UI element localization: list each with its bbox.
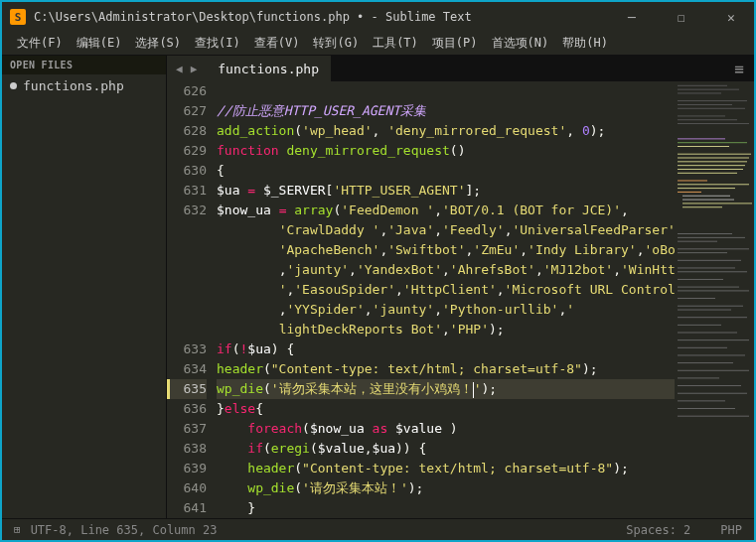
- svg-rect-3: [678, 92, 721, 93]
- svg-rect-26: [682, 206, 722, 207]
- svg-rect-39: [678, 306, 743, 307]
- svg-rect-20: [678, 184, 749, 185]
- svg-rect-13: [678, 154, 751, 155]
- svg-rect-43: [678, 333, 737, 334]
- svg-rect-30: [678, 248, 749, 249]
- svg-rect-10: [678, 138, 725, 139]
- svg-rect-12: [678, 146, 729, 147]
- titlebar: S C:\Users\Administrator\Desktop\functio…: [2, 2, 754, 32]
- status-encoding[interactable]: UTF-8, Line 635, Column 23: [31, 523, 627, 537]
- svg-rect-28: [678, 237, 745, 238]
- svg-rect-41: [678, 317, 747, 318]
- dirty-dot-icon: [10, 82, 17, 89]
- svg-rect-54: [678, 416, 749, 417]
- svg-rect-52: [678, 400, 725, 401]
- open-file-item[interactable]: functions.php: [2, 74, 166, 97]
- svg-rect-6: [678, 108, 745, 109]
- svg-rect-46: [678, 354, 745, 355]
- svg-rect-14: [678, 158, 749, 159]
- svg-rect-34: [678, 271, 747, 272]
- menu-item[interactable]: 文件(F): [10, 32, 70, 55]
- open-file-label: functions.php: [23, 78, 124, 93]
- tab-menu-icon[interactable]: ≡: [724, 56, 754, 81]
- minimize-button[interactable]: ─: [617, 10, 647, 25]
- svg-rect-29: [678, 241, 717, 242]
- status-bar: ⊞ UTF-8, Line 635, Column 23 Spaces: 2 P…: [2, 518, 754, 540]
- status-lang[interactable]: PHP: [720, 523, 742, 537]
- close-button[interactable]: ✕: [716, 10, 746, 25]
- svg-rect-27: [678, 233, 732, 234]
- menu-item[interactable]: 编辑(E): [70, 32, 129, 55]
- svg-rect-50: [678, 385, 741, 386]
- svg-rect-22: [678, 192, 701, 193]
- svg-rect-21: [678, 188, 735, 189]
- svg-rect-2: [678, 89, 739, 90]
- svg-rect-49: [678, 377, 719, 378]
- svg-rect-16: [678, 165, 745, 166]
- menu-item[interactable]: 选择(S): [128, 32, 188, 55]
- menu-item[interactable]: 转到(G): [306, 32, 366, 55]
- svg-rect-9: [678, 123, 749, 124]
- nav-forward-icon[interactable]: ▶: [188, 63, 201, 75]
- svg-rect-47: [678, 362, 733, 363]
- svg-rect-4: [678, 100, 747, 101]
- svg-rect-33: [678, 267, 735, 268]
- status-spaces[interactable]: Spaces: 2: [626, 523, 690, 537]
- menu-item[interactable]: 项目(P): [425, 32, 485, 55]
- app-logo-icon: S: [10, 9, 26, 25]
- menu-item[interactable]: 帮助(H): [555, 32, 615, 55]
- svg-rect-36: [678, 287, 739, 288]
- svg-rect-15: [678, 161, 747, 162]
- console-icon[interactable]: ⊞: [14, 523, 21, 536]
- svg-rect-45: [678, 347, 727, 348]
- minimap[interactable]: [675, 81, 754, 518]
- code-editor[interactable]: //防止恶意HTTP_USER_AGENT采集add_action('wp_he…: [217, 81, 675, 518]
- menu-item[interactable]: 查找(I): [188, 32, 247, 55]
- svg-rect-32: [678, 260, 741, 261]
- svg-rect-23: [682, 196, 730, 197]
- svg-rect-19: [678, 180, 707, 181]
- file-tab[interactable]: functions.php: [206, 56, 332, 81]
- svg-rect-51: [678, 393, 747, 394]
- svg-rect-25: [682, 203, 752, 203]
- menu-item[interactable]: 工具(T): [366, 32, 425, 55]
- window-title: C:\Users\Administrator\Desktop\functions…: [34, 10, 617, 24]
- svg-rect-11: [678, 142, 747, 143]
- svg-rect-31: [678, 252, 727, 253]
- svg-rect-1: [678, 85, 727, 86]
- line-gutter: 626627628629630631632 633634635636637638…: [167, 81, 217, 518]
- svg-rect-17: [678, 169, 743, 170]
- menu-item[interactable]: 首选项(N): [485, 32, 556, 55]
- tab-bar: ◀ ▶ functions.php ≡: [167, 56, 754, 81]
- svg-rect-38: [678, 298, 715, 299]
- svg-rect-35: [678, 279, 723, 280]
- nav-back-icon[interactable]: ◀: [173, 63, 186, 75]
- svg-rect-24: [682, 200, 734, 201]
- svg-rect-48: [678, 370, 749, 371]
- svg-rect-37: [678, 290, 749, 291]
- svg-rect-44: [678, 339, 749, 340]
- menubar: 文件(F)编辑(E)选择(S)查找(I)查看(V)转到(G)工具(T)项目(P)…: [2, 32, 754, 56]
- open-files-header: OPEN FILES: [2, 56, 166, 74]
- svg-rect-42: [678, 325, 721, 326]
- sidebar: OPEN FILES functions.php: [2, 56, 167, 518]
- svg-rect-18: [678, 173, 737, 174]
- svg-rect-5: [678, 104, 732, 105]
- maximize-button[interactable]: ☐: [667, 10, 696, 25]
- svg-rect-7: [678, 115, 725, 116]
- svg-rect-8: [678, 119, 737, 120]
- svg-rect-40: [678, 310, 731, 311]
- svg-rect-53: [678, 408, 735, 409]
- menu-item[interactable]: 查看(V): [247, 32, 307, 55]
